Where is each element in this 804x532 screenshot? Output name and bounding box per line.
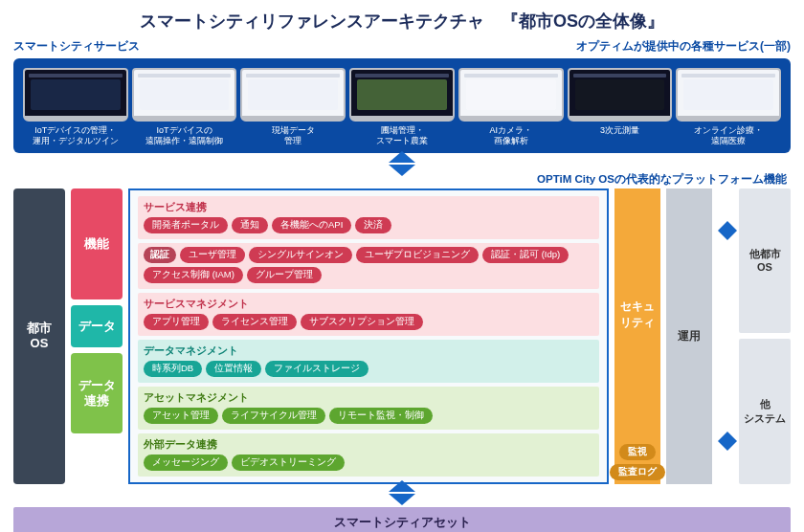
feature-chip: ユーザプロビジョニング [356,247,479,263]
laptop-icon [23,68,128,122]
feature-chip: サブスクリプション管理 [301,314,423,330]
service-card: AIカメラ・画像解析 [458,68,564,147]
ext-other-city-os: 他都市OS [739,188,791,334]
section-header: 外部データ連携 [144,437,593,452]
feature-chip: ユーザ管理 [180,247,245,263]
feature-chip: ライセンス管理 [212,314,297,330]
service-label: AIカメラ・画像解析 [458,125,564,147]
feature-chip: グループ管理 [247,267,322,283]
feature-chip: ファイルストレージ [265,361,368,377]
platform-section: サービスマネジメントアプリ管理ライセンス管理サブスクリプション管理 [138,293,599,336]
feature-chip: 開発者ポータル [144,217,228,233]
laptop-icon [458,68,564,122]
section-tag: 認証 [144,247,176,263]
feature-chip: アクセス制御 (IAM) [144,267,243,283]
laptop-icon [568,68,673,122]
page-title: スマートシティリファレンスアーキテクチャ 『都市OSの全体像』 [13,10,791,33]
feature-chip: アプリ管理 [144,314,209,330]
feature-chip: 位置情報 [206,361,261,377]
arrow-platform-asset [13,480,791,505]
service-label: 現場データ管理 [240,125,346,147]
feature-chip: メッセージング [144,454,228,471]
provider-note: オプティムが提供中の各種サービス(一部) [576,38,791,55]
laptop-icon [132,68,237,122]
section-header: サービスマネジメント [144,297,593,311]
col-security: セキュリティ 監視 監査ログ [614,188,660,484]
arrow-to-other-system [718,432,737,451]
platform-section: データマネジメント時系列DB位置情報ファイルストレージ [138,340,599,383]
platform-section: アセットマネジメントアセット管理ライフサイクル管理リモート監視・制御 [138,387,599,430]
section-header: アセットマネジメント [144,390,593,405]
chip-audit-log: 監査ログ [610,464,665,480]
feature-chip: ビデオストリーミング [232,454,345,471]
feature-chip: 各機能へのAPI [272,217,351,233]
service-label: IoTデバイスの遠隔操作・遠隔制御 [132,125,237,147]
service-card: 3次元測量 [568,68,673,147]
service-label: IoTデバイスの管理・運用・デジタルツイン [23,125,128,147]
arrow-to-other-city [718,221,737,240]
service-label: 圃場管理・スマート農業 [349,125,455,147]
services-panel: IoTデバイスの管理・運用・デジタルツインIoTデバイスの遠隔操作・遠隔制御現場… [13,58,791,153]
col-data: データ [71,305,123,347]
section-header: サービス連携 [144,200,593,214]
platform-section: サービス連携開発者ポータル通知各機能へのAPI決済 [138,196,599,239]
laptop-icon [349,68,455,122]
service-card: オンライン診療・遠隔医療 [676,68,781,147]
feature-chip: ライフサイクル管理 [222,408,325,424]
services-heading: スマートシティサービス [13,38,140,55]
feature-chip: 通知 [232,217,268,233]
feature-chip: リモート監視・制御 [329,408,433,424]
laptop-icon [240,68,346,122]
service-card: IoTデバイスの管理・運用・デジタルツイン [23,68,128,147]
asset-bar: スマートシティアセット [13,507,791,533]
arrow-services-platform [13,151,791,176]
chip-monitoring: 監視 [619,444,656,460]
service-label: オンライン診療・遠隔医療 [676,125,781,147]
col-operations: 運用 [666,188,712,484]
platform-panel: サービス連携開発者ポータル通知各機能へのAPI決済認証ユーザ管理シングルサインオ… [128,188,609,484]
feature-chip: 認証・認可 (Idp) [482,247,569,263]
laptop-icon [676,68,781,122]
service-card: IoTデバイスの遠隔操作・遠隔制御 [132,68,237,147]
col-data-link: データ連携 [71,353,123,433]
feature-chip: シングルサインオン [249,247,352,263]
service-card: 現場データ管理 [240,68,346,147]
section-header: データマネジメント [144,344,593,358]
feature-chip: アセット管理 [144,408,218,424]
col-city-os: 都市OS [13,188,65,484]
ext-other-system: 他システム [739,339,791,484]
platform-section: 外部データ連携メッセージングビデオストリーミング [138,433,599,477]
service-card: 圃場管理・スマート農業 [349,68,455,147]
feature-chip: 時系列DB [144,361,202,377]
platform-section: 認証ユーザ管理シングルサインオンユーザプロビジョニング認証・認可 (Idp)アク… [138,243,599,289]
feature-chip: 決済 [355,217,391,233]
service-label: 3次元測量 [568,125,673,136]
col-function: 機能 [71,188,123,299]
